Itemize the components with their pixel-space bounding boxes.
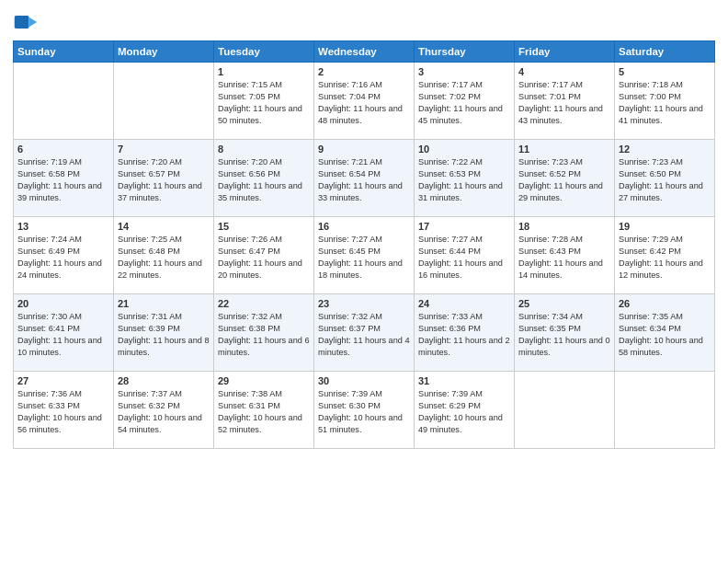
col-header-saturday: Saturday: [615, 41, 715, 63]
calendar-cell: 20Sunrise: 7:30 AM Sunset: 6:41 PM Dayli…: [14, 294, 114, 372]
day-number: 14: [118, 221, 210, 232]
day-number: 3: [418, 66, 510, 77]
day-number: 29: [218, 375, 310, 386]
svg-rect-0: [15, 16, 29, 29]
day-number: 16: [318, 221, 410, 232]
calendar-cell: [114, 63, 214, 140]
cell-content: Sunrise: 7:32 AM Sunset: 6:37 PM Dayligh…: [318, 311, 410, 359]
calendar-week-row: 6Sunrise: 7:19 AM Sunset: 6:58 PM Daylig…: [14, 140, 715, 217]
day-number: 28: [118, 375, 210, 386]
cell-content: Sunrise: 7:25 AM Sunset: 6:48 PM Dayligh…: [118, 234, 210, 282]
day-number: 6: [17, 144, 109, 155]
calendar-cell: 31Sunrise: 7:39 AM Sunset: 6:29 PM Dayli…: [415, 372, 515, 449]
cell-content: Sunrise: 7:37 AM Sunset: 6:32 PM Dayligh…: [118, 388, 210, 436]
calendar-week-row: 20Sunrise: 7:30 AM Sunset: 6:41 PM Dayli…: [14, 294, 715, 372]
calendar-cell: 28Sunrise: 7:37 AM Sunset: 6:32 PM Dayli…: [114, 372, 214, 449]
col-header-wednesday: Wednesday: [314, 41, 415, 63]
day-number: 22: [218, 298, 310, 309]
logo: [13, 9, 42, 35]
day-number: 19: [619, 221, 711, 232]
calendar-week-row: 1Sunrise: 7:15 AM Sunset: 7:05 PM Daylig…: [14, 63, 715, 140]
calendar-cell: 13Sunrise: 7:24 AM Sunset: 6:49 PM Dayli…: [14, 217, 114, 294]
calendar-table: SundayMondayTuesdayWednesdayThursdayFrid…: [13, 40, 715, 449]
calendar-cell: 24Sunrise: 7:33 AM Sunset: 6:36 PM Dayli…: [415, 294, 515, 372]
cell-content: Sunrise: 7:24 AM Sunset: 6:49 PM Dayligh…: [17, 234, 109, 282]
day-number: 15: [218, 221, 310, 232]
calendar-cell: 23Sunrise: 7:32 AM Sunset: 6:37 PM Dayli…: [314, 294, 415, 372]
calendar-cell: 22Sunrise: 7:32 AM Sunset: 6:38 PM Dayli…: [214, 294, 314, 372]
cell-content: Sunrise: 7:39 AM Sunset: 6:30 PM Dayligh…: [318, 388, 410, 436]
cell-content: Sunrise: 7:27 AM Sunset: 6:44 PM Dayligh…: [418, 234, 510, 282]
day-number: 25: [518, 298, 610, 309]
day-number: 5: [619, 66, 711, 77]
cell-content: Sunrise: 7:17 AM Sunset: 7:01 PM Dayligh…: [518, 79, 610, 127]
cell-content: Sunrise: 7:34 AM Sunset: 6:35 PM Dayligh…: [518, 311, 610, 359]
calendar-cell: 3Sunrise: 7:17 AM Sunset: 7:02 PM Daylig…: [415, 63, 515, 140]
col-header-thursday: Thursday: [415, 41, 515, 63]
cell-content: Sunrise: 7:31 AM Sunset: 6:39 PM Dayligh…: [118, 311, 210, 359]
day-number: 31: [418, 375, 510, 386]
cell-content: Sunrise: 7:23 AM Sunset: 6:50 PM Dayligh…: [619, 156, 711, 204]
calendar-week-row: 13Sunrise: 7:24 AM Sunset: 6:49 PM Dayli…: [14, 217, 715, 294]
calendar-cell: [615, 372, 715, 449]
cell-content: Sunrise: 7:28 AM Sunset: 6:43 PM Dayligh…: [518, 234, 610, 282]
day-number: 17: [418, 221, 510, 232]
day-number: 20: [17, 298, 109, 309]
calendar-cell: 21Sunrise: 7:31 AM Sunset: 6:39 PM Dayli…: [114, 294, 214, 372]
cell-content: Sunrise: 7:35 AM Sunset: 6:34 PM Dayligh…: [619, 311, 711, 359]
day-number: 8: [218, 144, 310, 155]
cell-content: Sunrise: 7:38 AM Sunset: 6:31 PM Dayligh…: [218, 388, 310, 436]
cell-content: Sunrise: 7:20 AM Sunset: 6:57 PM Dayligh…: [118, 156, 210, 204]
cell-content: Sunrise: 7:22 AM Sunset: 6:53 PM Dayligh…: [418, 156, 510, 204]
calendar-cell: 26Sunrise: 7:35 AM Sunset: 6:34 PM Dayli…: [615, 294, 715, 372]
cell-content: Sunrise: 7:20 AM Sunset: 6:56 PM Dayligh…: [218, 156, 310, 204]
cell-content: Sunrise: 7:21 AM Sunset: 6:54 PM Dayligh…: [318, 156, 410, 204]
cell-content: Sunrise: 7:18 AM Sunset: 7:00 PM Dayligh…: [619, 79, 711, 127]
cell-content: Sunrise: 7:29 AM Sunset: 6:42 PM Dayligh…: [619, 234, 711, 282]
day-number: 10: [418, 144, 510, 155]
header: [13, 9, 715, 35]
col-header-monday: Monday: [114, 41, 214, 63]
calendar-cell: 29Sunrise: 7:38 AM Sunset: 6:31 PM Dayli…: [214, 372, 314, 449]
calendar-cell: [14, 63, 114, 140]
calendar-cell: 4Sunrise: 7:17 AM Sunset: 7:01 PM Daylig…: [515, 63, 615, 140]
col-header-friday: Friday: [515, 41, 615, 63]
day-number: 9: [318, 144, 410, 155]
calendar-cell: 6Sunrise: 7:19 AM Sunset: 6:58 PM Daylig…: [14, 140, 114, 217]
cell-content: Sunrise: 7:15 AM Sunset: 7:05 PM Dayligh…: [218, 79, 310, 127]
day-number: 24: [418, 298, 510, 309]
day-number: 13: [17, 221, 109, 232]
calendar-cell: [515, 372, 615, 449]
col-header-tuesday: Tuesday: [214, 41, 314, 63]
day-number: 4: [518, 66, 610, 77]
calendar-cell: 11Sunrise: 7:23 AM Sunset: 6:52 PM Dayli…: [515, 140, 615, 217]
calendar-cell: 1Sunrise: 7:15 AM Sunset: 7:05 PM Daylig…: [214, 63, 314, 140]
calendar-cell: 17Sunrise: 7:27 AM Sunset: 6:44 PM Dayli…: [415, 217, 515, 294]
calendar-cell: 7Sunrise: 7:20 AM Sunset: 6:57 PM Daylig…: [114, 140, 214, 217]
calendar-cell: 5Sunrise: 7:18 AM Sunset: 7:00 PM Daylig…: [615, 63, 715, 140]
calendar-cell: 30Sunrise: 7:39 AM Sunset: 6:30 PM Dayli…: [314, 372, 415, 449]
calendar-cell: 19Sunrise: 7:29 AM Sunset: 6:42 PM Dayli…: [615, 217, 715, 294]
calendar-week-row: 27Sunrise: 7:36 AM Sunset: 6:33 PM Dayli…: [14, 372, 715, 449]
calendar-cell: 16Sunrise: 7:27 AM Sunset: 6:45 PM Dayli…: [314, 217, 415, 294]
day-number: 26: [619, 298, 711, 309]
cell-content: Sunrise: 7:30 AM Sunset: 6:41 PM Dayligh…: [17, 311, 109, 359]
calendar-cell: 8Sunrise: 7:20 AM Sunset: 6:56 PM Daylig…: [214, 140, 314, 217]
day-number: 30: [318, 375, 410, 386]
calendar-cell: 15Sunrise: 7:26 AM Sunset: 6:47 PM Dayli…: [214, 217, 314, 294]
calendar-header-row: SundayMondayTuesdayWednesdayThursdayFrid…: [14, 41, 715, 63]
svg-marker-1: [29, 17, 38, 28]
calendar-cell: 14Sunrise: 7:25 AM Sunset: 6:48 PM Dayli…: [114, 217, 214, 294]
calendar-cell: 18Sunrise: 7:28 AM Sunset: 6:43 PM Dayli…: [515, 217, 615, 294]
calendar-cell: 10Sunrise: 7:22 AM Sunset: 6:53 PM Dayli…: [415, 140, 515, 217]
calendar-cell: 25Sunrise: 7:34 AM Sunset: 6:35 PM Dayli…: [515, 294, 615, 372]
cell-content: Sunrise: 7:27 AM Sunset: 6:45 PM Dayligh…: [318, 234, 410, 282]
cell-content: Sunrise: 7:36 AM Sunset: 6:33 PM Dayligh…: [17, 388, 109, 436]
cell-content: Sunrise: 7:26 AM Sunset: 6:47 PM Dayligh…: [218, 234, 310, 282]
calendar-cell: 27Sunrise: 7:36 AM Sunset: 6:33 PM Dayli…: [14, 372, 114, 449]
day-number: 12: [619, 144, 711, 155]
day-number: 23: [318, 298, 410, 309]
cell-content: Sunrise: 7:32 AM Sunset: 6:38 PM Dayligh…: [218, 311, 310, 359]
calendar-cell: 9Sunrise: 7:21 AM Sunset: 6:54 PM Daylig…: [314, 140, 415, 217]
day-number: 2: [318, 66, 410, 77]
